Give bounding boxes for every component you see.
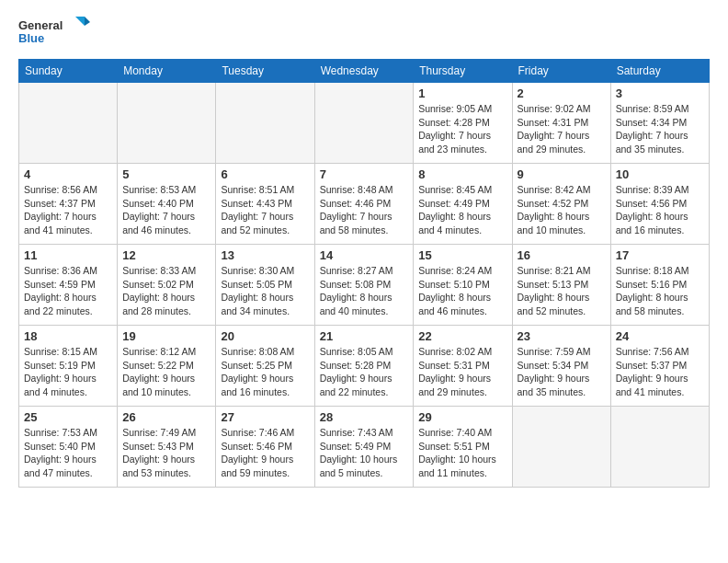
day-number: 18 (24, 329, 112, 343)
calendar-cell: 6Sunrise: 8:51 AM Sunset: 4:43 PM Daylig… (216, 164, 314, 245)
day-info: Sunrise: 7:56 AM Sunset: 5:37 PM Dayligh… (616, 345, 704, 399)
page-header: General Blue (18, 15, 710, 52)
svg-text:Blue: Blue (18, 31, 44, 45)
calendar-cell: 28Sunrise: 7:43 AM Sunset: 5:49 PM Dayli… (314, 407, 414, 488)
calendar-cell: 12Sunrise: 8:33 AM Sunset: 5:02 PM Dayli… (118, 245, 216, 326)
day-info: Sunrise: 9:02 AM Sunset: 4:31 PM Dayligh… (518, 102, 606, 156)
day-info: Sunrise: 8:42 AM Sunset: 4:52 PM Dayligh… (518, 183, 606, 237)
day-number: 9 (518, 167, 606, 181)
day-number: 1 (418, 86, 506, 100)
calendar-cell (216, 83, 314, 164)
calendar-cell: 15Sunrise: 8:24 AM Sunset: 5:10 PM Dayli… (414, 245, 512, 326)
day-number: 7 (320, 167, 409, 181)
calendar-cell: 22Sunrise: 8:02 AM Sunset: 5:31 PM Dayli… (414, 326, 512, 407)
calendar-cell (512, 407, 610, 488)
calendar-cell: 11Sunrise: 8:36 AM Sunset: 4:59 PM Dayli… (19, 245, 118, 326)
day-info: Sunrise: 8:21 AM Sunset: 5:13 PM Dayligh… (518, 264, 606, 318)
svg-marker-3 (85, 17, 90, 26)
day-header-thursday: Thursday (414, 60, 512, 83)
day-info: Sunrise: 9:05 AM Sunset: 4:28 PM Dayligh… (418, 102, 506, 156)
day-number: 14 (320, 248, 409, 262)
day-number: 3 (616, 86, 704, 100)
svg-marker-2 (75, 17, 85, 26)
calendar-cell: 7Sunrise: 8:48 AM Sunset: 4:46 PM Daylig… (314, 164, 414, 245)
day-info: Sunrise: 8:39 AM Sunset: 4:56 PM Dayligh… (616, 183, 704, 237)
calendar-cell: 5Sunrise: 8:53 AM Sunset: 4:40 PM Daylig… (118, 164, 216, 245)
calendar-cell: 2Sunrise: 9:02 AM Sunset: 4:31 PM Daylig… (512, 83, 610, 164)
calendar-cell: 8Sunrise: 8:45 AM Sunset: 4:49 PM Daylig… (414, 164, 512, 245)
day-info: Sunrise: 8:27 AM Sunset: 5:08 PM Dayligh… (320, 264, 409, 318)
day-number: 23 (518, 329, 606, 343)
day-header-friday: Friday (512, 60, 610, 83)
day-info: Sunrise: 7:59 AM Sunset: 5:34 PM Dayligh… (518, 345, 606, 399)
day-number: 25 (24, 410, 112, 424)
calendar-cell: 17Sunrise: 8:18 AM Sunset: 5:16 PM Dayli… (610, 245, 709, 326)
calendar-cell: 21Sunrise: 8:05 AM Sunset: 5:28 PM Dayli… (314, 326, 414, 407)
day-info: Sunrise: 8:08 AM Sunset: 5:25 PM Dayligh… (221, 345, 309, 399)
calendar-cell: 27Sunrise: 7:46 AM Sunset: 5:46 PM Dayli… (216, 407, 314, 488)
day-number: 27 (221, 410, 309, 424)
day-info: Sunrise: 8:59 AM Sunset: 4:34 PM Dayligh… (616, 102, 704, 156)
day-info: Sunrise: 8:02 AM Sunset: 5:31 PM Dayligh… (418, 345, 506, 399)
day-info: Sunrise: 7:43 AM Sunset: 5:49 PM Dayligh… (320, 426, 409, 480)
calendar-cell: 4Sunrise: 8:56 AM Sunset: 4:37 PM Daylig… (19, 164, 118, 245)
day-header-sunday: Sunday (19, 60, 118, 83)
day-info: Sunrise: 8:56 AM Sunset: 4:37 PM Dayligh… (24, 183, 112, 237)
calendar-cell (118, 83, 216, 164)
day-info: Sunrise: 8:36 AM Sunset: 4:59 PM Dayligh… (24, 264, 112, 318)
day-number: 10 (616, 167, 704, 181)
day-number: 21 (320, 329, 409, 343)
calendar-cell: 13Sunrise: 8:30 AM Sunset: 5:05 PM Dayli… (216, 245, 314, 326)
calendar-cell: 23Sunrise: 7:59 AM Sunset: 5:34 PM Dayli… (512, 326, 610, 407)
calendar-cell: 14Sunrise: 8:27 AM Sunset: 5:08 PM Dayli… (314, 245, 414, 326)
logo: General Blue (18, 15, 92, 52)
day-number: 11 (24, 248, 112, 262)
day-info: Sunrise: 8:15 AM Sunset: 5:19 PM Dayligh… (24, 345, 112, 399)
day-number: 12 (122, 248, 210, 262)
day-info: Sunrise: 8:18 AM Sunset: 5:16 PM Dayligh… (616, 264, 704, 318)
day-number: 29 (418, 410, 506, 424)
calendar-cell: 29Sunrise: 7:40 AM Sunset: 5:51 PM Dayli… (414, 407, 512, 488)
day-info: Sunrise: 8:53 AM Sunset: 4:40 PM Dayligh… (122, 183, 210, 237)
calendar-cell: 9Sunrise: 8:42 AM Sunset: 4:52 PM Daylig… (512, 164, 610, 245)
day-number: 8 (418, 167, 506, 181)
day-number: 26 (122, 410, 210, 424)
calendar-cell: 26Sunrise: 7:49 AM Sunset: 5:43 PM Dayli… (118, 407, 216, 488)
day-header-tuesday: Tuesday (216, 60, 314, 83)
calendar-cell: 3Sunrise: 8:59 AM Sunset: 4:34 PM Daylig… (610, 83, 709, 164)
calendar-cell: 25Sunrise: 7:53 AM Sunset: 5:40 PM Dayli… (19, 407, 118, 488)
day-number: 20 (221, 329, 309, 343)
day-header-saturday: Saturday (610, 60, 709, 83)
calendar-cell (19, 83, 118, 164)
calendar-cell: 24Sunrise: 7:56 AM Sunset: 5:37 PM Dayli… (610, 326, 709, 407)
day-number: 2 (518, 86, 606, 100)
calendar-cell: 1Sunrise: 9:05 AM Sunset: 4:28 PM Daylig… (414, 83, 512, 164)
logo-graphic: General Blue (18, 15, 92, 52)
calendar-cell (610, 407, 709, 488)
day-number: 16 (518, 248, 606, 262)
day-number: 5 (122, 167, 210, 181)
day-info: Sunrise: 8:45 AM Sunset: 4:49 PM Dayligh… (418, 183, 506, 237)
calendar-cell: 19Sunrise: 8:12 AM Sunset: 5:22 PM Dayli… (118, 326, 216, 407)
calendar-table: SundayMondayTuesdayWednesdayThursdayFrid… (18, 59, 710, 488)
day-number: 13 (221, 248, 309, 262)
day-number: 24 (616, 329, 704, 343)
day-info: Sunrise: 8:30 AM Sunset: 5:05 PM Dayligh… (221, 264, 309, 318)
day-info: Sunrise: 8:51 AM Sunset: 4:43 PM Dayligh… (221, 183, 309, 237)
day-number: 28 (320, 410, 409, 424)
svg-text:General: General (18, 18, 63, 32)
calendar-cell (314, 83, 414, 164)
day-number: 17 (616, 248, 704, 262)
calendar-cell: 18Sunrise: 8:15 AM Sunset: 5:19 PM Dayli… (19, 326, 118, 407)
day-number: 4 (24, 167, 112, 181)
day-info: Sunrise: 8:05 AM Sunset: 5:28 PM Dayligh… (320, 345, 409, 399)
day-info: Sunrise: 7:49 AM Sunset: 5:43 PM Dayligh… (122, 426, 210, 480)
calendar-cell: 10Sunrise: 8:39 AM Sunset: 4:56 PM Dayli… (610, 164, 709, 245)
day-number: 19 (122, 329, 210, 343)
calendar-cell: 16Sunrise: 8:21 AM Sunset: 5:13 PM Dayli… (512, 245, 610, 326)
calendar-cell: 20Sunrise: 8:08 AM Sunset: 5:25 PM Dayli… (216, 326, 314, 407)
day-info: Sunrise: 7:40 AM Sunset: 5:51 PM Dayligh… (418, 426, 506, 480)
day-number: 15 (418, 248, 506, 262)
day-info: Sunrise: 8:12 AM Sunset: 5:22 PM Dayligh… (122, 345, 210, 399)
day-info: Sunrise: 8:24 AM Sunset: 5:10 PM Dayligh… (418, 264, 506, 318)
